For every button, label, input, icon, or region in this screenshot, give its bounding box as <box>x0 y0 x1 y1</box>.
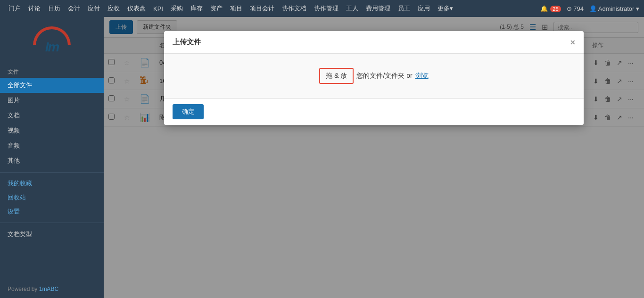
nav-worker[interactable]: 工人 <box>342 0 362 17</box>
nav-project-accounting[interactable]: 项目会计 <box>246 0 278 17</box>
sidebar-item-all-files[interactable]: 全部文件 <box>0 78 104 93</box>
modal-overlay: 上传文件 × 拖 & 放 您的文件/文件夹 or 浏览 确定 <box>104 17 644 298</box>
main-layout: Im 文件 全部文件 图片 文档 视频 音频 其他 我的收藏 回收站 设置 文档… <box>0 17 644 298</box>
nav-project[interactable]: 项目 <box>226 0 246 17</box>
sidebar-item-other[interactable]: 其他 <box>0 153 104 168</box>
sidebar-divider <box>0 172 104 173</box>
sidebar: Im 文件 全部文件 图片 文档 视频 音频 其他 我的收藏 回收站 设置 文档… <box>0 17 104 298</box>
nav-receivable[interactable]: 应收 <box>104 0 124 17</box>
upload-modal: 上传文件 × 拖 & 放 您的文件/文件夹 or 浏览 确定 <box>164 31 584 125</box>
modal-footer: 确定 <box>164 98 584 125</box>
nav-dashboard[interactable]: 仪表盘 <box>124 0 149 17</box>
sidebar-footer: Powered by 1mABC <box>0 280 104 298</box>
user-menu[interactable]: 👤 Administrator ▾ <box>589 5 639 12</box>
nav-calendar[interactable]: 日历 <box>44 0 64 17</box>
nav-discuss[interactable]: 讨论 <box>25 0 44 17</box>
nav-hr[interactable]: 员工 <box>394 0 414 17</box>
content-area: 上传 新建文件夹 (1-5) 总 5 ☰ ⊞ 名称 <box>104 17 644 298</box>
nav-collab-mgmt[interactable]: 协作管理 <box>310 0 342 17</box>
nav-expense[interactable]: 费用管理 <box>362 0 394 17</box>
nav-purchase[interactable]: 采购 <box>167 0 187 17</box>
footer-link[interactable]: 1mABC <box>39 286 58 292</box>
sidebar-recycle-bin[interactable]: 回收站 <box>0 190 104 205</box>
sidebar-item-videos[interactable]: 视频 <box>0 123 104 138</box>
modal-close-button[interactable]: × <box>570 38 575 47</box>
logo-image: Im <box>33 26 71 55</box>
nav-inventory[interactable]: 库存 <box>187 0 206 17</box>
sidebar-item-images[interactable]: 图片 <box>0 93 104 108</box>
nav-accounting[interactable]: 会计 <box>64 0 84 17</box>
browse-link[interactable]: 浏览 <box>415 72 429 80</box>
logo-text: Im <box>45 40 59 55</box>
nav-kpi[interactable]: KPI <box>149 0 167 17</box>
sidebar-doc-types[interactable]: 文档类型 <box>0 227 104 242</box>
nav-apps[interactable]: 应用 <box>414 0 434 17</box>
notification-bell[interactable]: 🔔 25 <box>540 5 561 12</box>
nav-assets[interactable]: 资产 <box>206 0 226 17</box>
sidebar-divider-2 <box>0 223 104 223</box>
drag-drop-highlight: 拖 & 放 <box>319 68 354 84</box>
modal-title: 上传文件 <box>173 38 201 47</box>
sidebar-section-title: 文件 <box>0 64 104 78</box>
sidebar-settings[interactable]: 设置 <box>0 205 104 219</box>
notification-badge: 25 <box>550 6 561 12</box>
drop-zone-or-text: 您的文件/文件夹 or <box>356 72 412 80</box>
modal-body: 拖 & 放 您的文件/文件夹 or 浏览 <box>164 54 584 98</box>
logo: Im <box>0 22 104 64</box>
nav-collab-doc[interactable]: 协作文档 <box>278 0 310 17</box>
navbar-right: 🔔 25 ⊙ 794 👤 Administrator ▾ <box>540 5 639 12</box>
sidebar-my-favorites[interactable]: 我的收藏 <box>0 176 104 190</box>
nav-portal[interactable]: 门户 <box>5 0 25 17</box>
nav-payable[interactable]: 应付 <box>84 0 104 17</box>
modal-header: 上传文件 × <box>164 31 584 54</box>
sidebar-item-audio[interactable]: 音频 <box>0 138 104 153</box>
modal-confirm-button[interactable]: 确定 <box>173 104 204 119</box>
sidebar-item-documents[interactable]: 文档 <box>0 108 104 123</box>
navbar: 门户 讨论 日历 会计 应付 应收 仪表盘 KPI 采购 库存 资产 项目 项目… <box>0 0 644 17</box>
points-display[interactable]: ⊙ 794 <box>567 5 584 12</box>
nav-more[interactable]: 更多▾ <box>434 0 457 17</box>
